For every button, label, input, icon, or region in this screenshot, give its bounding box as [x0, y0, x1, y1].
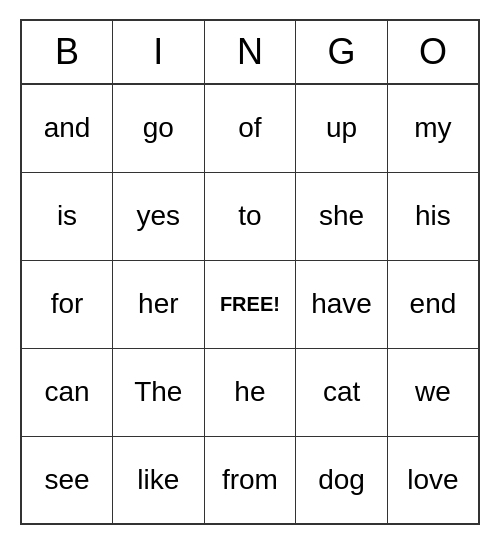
cell-0-3: up: [296, 84, 388, 172]
header-row: B I N G O: [21, 20, 479, 84]
cell-1-2: to: [204, 172, 296, 260]
table-row: forherFREE!haveend: [21, 260, 479, 348]
cell-1-4: his: [387, 172, 479, 260]
cell-3-1: The: [113, 348, 205, 436]
header-n: N: [204, 20, 296, 84]
header-g: G: [296, 20, 388, 84]
cell-0-1: go: [113, 84, 205, 172]
table-row: andgoofupmy: [21, 84, 479, 172]
cell-0-0: and: [21, 84, 113, 172]
cell-4-0: see: [21, 436, 113, 524]
cell-1-1: yes: [113, 172, 205, 260]
cell-2-4: end: [387, 260, 479, 348]
table-row: canThehecatwe: [21, 348, 479, 436]
cell-1-3: she: [296, 172, 388, 260]
cell-4-4: love: [387, 436, 479, 524]
table-row: isyestoshehis: [21, 172, 479, 260]
cell-3-2: he: [204, 348, 296, 436]
cell-2-0: for: [21, 260, 113, 348]
cell-3-4: we: [387, 348, 479, 436]
cell-4-1: like: [113, 436, 205, 524]
table-row: seelikefromdoglove: [21, 436, 479, 524]
cell-3-3: cat: [296, 348, 388, 436]
cell-4-3: dog: [296, 436, 388, 524]
cell-3-0: can: [21, 348, 113, 436]
cell-2-3: have: [296, 260, 388, 348]
cell-2-1: her: [113, 260, 205, 348]
cell-0-2: of: [204, 84, 296, 172]
bingo-card: B I N G O andgoofupmyisyestoshehisforher…: [20, 19, 480, 525]
header-i: I: [113, 20, 205, 84]
cell-2-2: FREE!: [204, 260, 296, 348]
header-o: O: [387, 20, 479, 84]
cell-0-4: my: [387, 84, 479, 172]
cell-4-2: from: [204, 436, 296, 524]
cell-1-0: is: [21, 172, 113, 260]
header-b: B: [21, 20, 113, 84]
